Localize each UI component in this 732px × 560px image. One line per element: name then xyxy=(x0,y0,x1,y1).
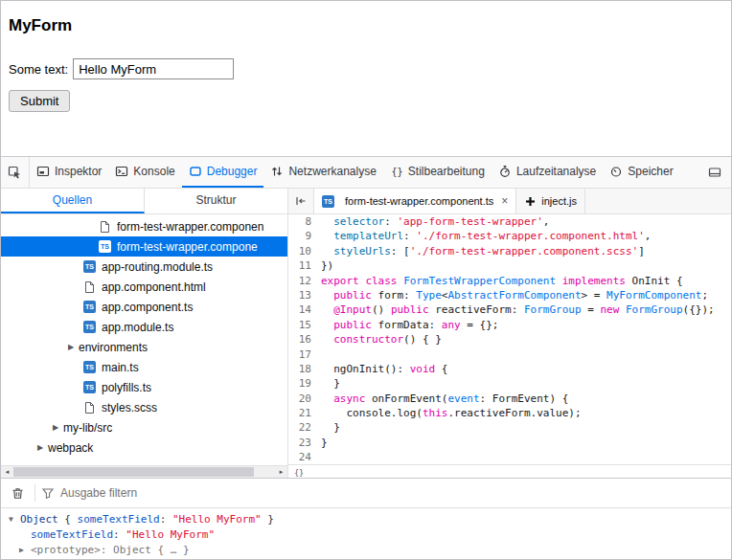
expand-caret-icon[interactable]: ▶ xyxy=(19,546,31,554)
source-file-label: environments xyxy=(79,341,148,354)
some-text-input[interactable] xyxy=(73,58,234,79)
devtools-tab-debugger[interactable]: Debugger xyxy=(182,157,264,188)
source-tree-item[interactable]: TSapp-routing.module.ts xyxy=(1,257,287,277)
scroll-right-arrow[interactable]: ► xyxy=(275,466,287,479)
source-tree: form-test-wrapper.componenTSform-test-wr… xyxy=(1,214,287,465)
devtools-tab-label: Speicher xyxy=(628,165,673,178)
source-file-label: form-test-wrapper.componen xyxy=(117,220,263,234)
source-tree-item[interactable]: app.component.html xyxy=(1,277,287,297)
devtools-tab-memory[interactable]: Speicher xyxy=(603,157,679,188)
line-number[interactable]: 18 xyxy=(288,362,321,376)
devtools-tab-label: Stilbearbeitung xyxy=(408,165,485,178)
sources-tab-quellen[interactable]: Quellen xyxy=(1,189,145,213)
line-number[interactable]: 23 xyxy=(288,436,321,450)
typescript-file-icon: TS xyxy=(99,240,111,253)
code-line-text[interactable]: styleUrls: ['./form-test-wrapper.compone… xyxy=(321,244,645,258)
horizontal-scrollbar[interactable]: ◄ ► xyxy=(1,465,287,478)
typescript-file-icon: TS xyxy=(322,195,334,208)
line-number[interactable]: 20 xyxy=(288,392,321,406)
code-line-text[interactable]: templateUrl: './form-test-wrapper.compon… xyxy=(321,229,651,243)
line-number[interactable]: 15 xyxy=(288,318,321,332)
code-line-text[interactable]: export class FormTestWrapperComponent im… xyxy=(321,274,683,288)
code-line-text[interactable]: constructor() { } xyxy=(321,332,442,347)
line-number[interactable]: 22 xyxy=(288,420,321,435)
file-icon xyxy=(99,220,111,234)
devtools-tab-network[interactable]: Netzwerkanalyse xyxy=(263,157,382,188)
devtools-tab-performance[interactable]: Laufzeitanalyse xyxy=(492,157,603,188)
code-line: 24 xyxy=(288,450,731,464)
source-tree-item[interactable]: form-test-wrapper.componen xyxy=(1,216,287,236)
line-number[interactable]: 17 xyxy=(288,347,321,362)
code-line-text[interactable]: public formData: any = {}; xyxy=(321,318,498,332)
code-editor[interactable]: 8 selector: 'app-form-test-wrapper',9 te… xyxy=(288,214,731,464)
code-line-text[interactable]: @Input() public reactiveForm: FormGroup … xyxy=(321,302,715,317)
sources-tab-struktur[interactable]: Struktur xyxy=(145,189,287,213)
typescript-file-icon: TS xyxy=(83,260,96,273)
code-line: 10 styleUrls: ['./form-test-wrapper.comp… xyxy=(288,244,731,258)
source-tree-item[interactable]: TSpolyfills.ts xyxy=(1,377,287,397)
code-line: 12export class FormTestWrapperComponent … xyxy=(288,274,731,288)
submit-button[interactable]: Submit xyxy=(9,90,70,112)
code-line: 17 xyxy=(288,347,731,362)
source-tree-item[interactable]: TSmain.ts xyxy=(1,357,287,377)
scrollbar-track[interactable] xyxy=(13,466,275,478)
line-number[interactable]: 12 xyxy=(288,274,321,288)
code-line-text[interactable]: async onFormEvent(event: FormEvent) { xyxy=(321,392,568,406)
console-filter-input[interactable] xyxy=(60,486,726,500)
line-number[interactable]: 10 xyxy=(288,244,321,258)
scroll-left-arrow[interactable]: ◄ xyxy=(1,466,13,479)
devtools-tab-style[interactable]: {}Stilbearbeitung xyxy=(383,157,492,188)
typescript-file-icon: TS xyxy=(83,381,96,393)
dock-options-button[interactable] xyxy=(703,161,726,184)
clear-console-button[interactable] xyxy=(6,482,29,504)
expand-caret-icon[interactable]: ▼ xyxy=(9,515,20,524)
source-file-label: styles.scss xyxy=(102,401,157,414)
line-number[interactable]: 14 xyxy=(288,302,321,317)
source-file-label: app-routing.module.ts xyxy=(102,260,213,274)
line-number[interactable]: 13 xyxy=(288,288,321,302)
editor-tab[interactable]: inject.js xyxy=(516,189,585,213)
pretty-print-icon[interactable]: {} xyxy=(293,466,305,478)
source-tree-item[interactable]: ▶environments xyxy=(1,337,287,357)
devtools-tab-inspector[interactable]: Inspektor xyxy=(30,157,108,188)
code-line-text[interactable]: } xyxy=(321,376,340,391)
source-file-label: main.ts xyxy=(102,361,139,374)
line-number[interactable]: 8 xyxy=(288,214,321,229)
element-picker-button[interactable] xyxy=(1,157,30,188)
file-icon xyxy=(83,401,96,414)
close-icon[interactable]: × xyxy=(501,194,508,208)
source-tree-item[interactable]: ▶webpack xyxy=(1,437,287,458)
line-number[interactable]: 16 xyxy=(288,332,321,347)
source-tree-item[interactable]: TSapp.module.ts xyxy=(1,317,287,337)
line-number[interactable]: 24 xyxy=(288,450,321,464)
line-number[interactable]: 21 xyxy=(288,406,321,420)
scrollbar-thumb[interactable] xyxy=(13,467,254,477)
code-line-text[interactable]: console.log(this.reactiveForm.value); xyxy=(321,406,582,420)
code-line: 9 templateUrl: './form-test-wrapper.comp… xyxy=(288,229,731,243)
code-line: 16 constructor() { } xyxy=(288,332,731,347)
collapse-panes-button[interactable] xyxy=(288,189,314,213)
code-line: 19 } xyxy=(288,376,731,391)
source-tree-item[interactable]: TSform-test-wrapper.compone xyxy=(1,236,287,257)
network-icon xyxy=(270,165,284,178)
source-tree-item[interactable]: styles.scss xyxy=(1,397,287,417)
inspector-icon xyxy=(36,165,50,178)
code-line-text[interactable]: public form: Type<AbstractFormComponent>… xyxy=(321,288,708,302)
editor-tab[interactable]: TSform-test-wrapper.component.ts× xyxy=(314,189,516,213)
code-line-text[interactable]: } xyxy=(321,436,328,450)
source-tree-item[interactable]: ▶my-lib/src xyxy=(1,417,287,437)
typescript-file-icon: TS xyxy=(83,361,96,373)
line-number[interactable]: 19 xyxy=(288,376,321,391)
code-line-text[interactable]: }) xyxy=(321,258,333,273)
source-file-label: my-lib/src xyxy=(63,421,112,435)
devtools-tab-console[interactable]: Konsole xyxy=(108,157,181,188)
code-line-text[interactable]: } xyxy=(321,420,340,435)
source-tree-item[interactable]: TSapp.component.ts xyxy=(1,297,287,317)
code-line-text[interactable]: ngOnInit(): void { xyxy=(321,362,447,376)
line-number[interactable]: 9 xyxy=(288,229,321,243)
code-line: 21 console.log(this.reactiveForm.value); xyxy=(288,406,731,420)
line-number[interactable]: 11 xyxy=(288,258,321,273)
source-file-label: webpack xyxy=(48,441,93,455)
page-title: MyForm xyxy=(9,16,723,35)
code-line-text[interactable]: selector: 'app-form-test-wrapper', xyxy=(321,214,549,229)
